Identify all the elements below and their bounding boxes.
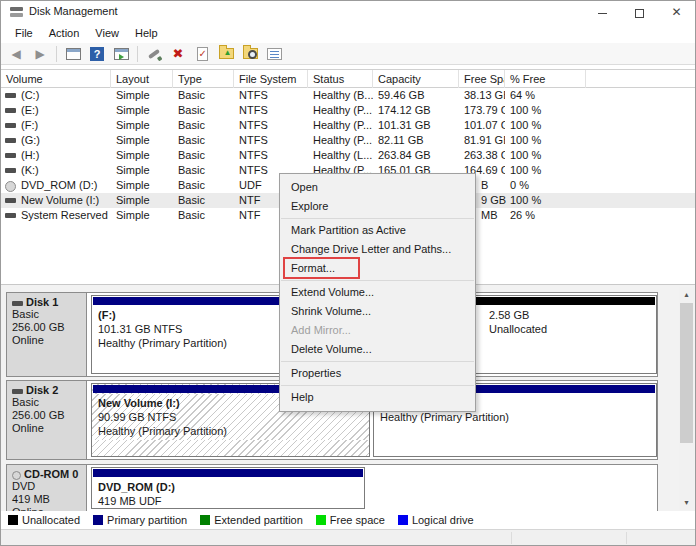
- column-header-filler: [586, 70, 696, 88]
- column-header-layout[interactable]: Layout: [111, 70, 173, 88]
- vertical-scrollbar[interactable]: ▴ ▾: [679, 287, 694, 510]
- table-row-f[interactable]: (F:) Simple Basic NTFS Healthy (P... 101…: [1, 118, 695, 133]
- back-icon[interactable]: ◀: [6, 45, 26, 63]
- drive-icon: [5, 153, 17, 159]
- column-header-capacity[interactable]: Capacity: [373, 70, 459, 88]
- partition-color-bar: [93, 469, 363, 477]
- toolbar-separator: [56, 46, 57, 62]
- disk-1-label[interactable]: Disk 1 Basic 256.00 GB Online: [7, 293, 87, 376]
- cell-pct-free: 0 %: [505, 178, 586, 193]
- drive-icon: [5, 168, 17, 174]
- table-row-c[interactable]: (C:) Simple Basic NTFS Healthy (B... 59.…: [1, 88, 695, 103]
- scroll-down-icon[interactable]: ▾: [679, 495, 694, 510]
- menu-view[interactable]: View: [87, 23, 127, 43]
- menu-item-open[interactable]: Open: [280, 178, 475, 197]
- cell-type: Basic: [173, 208, 234, 223]
- disk-name: Disk 1: [26, 296, 58, 308]
- scroll-up-icon[interactable]: ▴: [679, 287, 694, 302]
- help-icon[interactable]: ?: [87, 45, 107, 63]
- cell-file-system: NTFS: [234, 148, 308, 163]
- legend-unallocated: Unallocated: [8, 514, 80, 526]
- partition-color-bar: [446, 297, 655, 305]
- properties-icon[interactable]: [264, 45, 284, 63]
- partition-dvd-rom[interactable]: DVD_ROM (D:) 419 MB UDF Healthy (Primary…: [91, 467, 365, 509]
- cell-capacity: 82.11 GB: [373, 133, 459, 148]
- delete-icon[interactable]: ✖: [168, 45, 188, 63]
- folder-up-icon[interactable]: [216, 45, 236, 63]
- cell-volume: (G:): [1, 133, 111, 148]
- menu-item-extend-volume[interactable]: Extend Volume...: [280, 283, 475, 302]
- menu-item-explore[interactable]: Explore: [280, 197, 475, 216]
- column-header-status[interactable]: Status: [308, 70, 373, 88]
- disk-2-label[interactable]: Disk 2 Basic 256.00 GB Online: [7, 381, 87, 459]
- statusbar-separator: [626, 532, 627, 544]
- menu-item-help[interactable]: Help: [280, 388, 475, 407]
- table-row-h[interactable]: (H:) Simple Basic NTFS Healthy (L... 263…: [1, 148, 695, 163]
- forward-icon[interactable]: ▶: [30, 45, 50, 63]
- column-header-file-system[interactable]: File System: [234, 70, 308, 88]
- cell-pct-free: 100 %: [505, 163, 586, 178]
- cell-layout: Simple: [111, 148, 173, 163]
- menu-separator: [281, 385, 474, 386]
- disk-name: Disk 2: [26, 384, 58, 396]
- legend-bar: Unallocated Primary partition Extended p…: [1, 511, 695, 529]
- close-button[interactable]: ✕: [658, 1, 695, 23]
- console-window-icon[interactable]: [63, 45, 83, 63]
- cell-pct-free: 100 %: [505, 193, 586, 208]
- menu-help[interactable]: Help: [127, 23, 166, 43]
- cell-status: Healthy (L...: [308, 148, 373, 163]
- cell-pct-free: 100 %: [505, 103, 586, 118]
- minimize-icon: [598, 13, 607, 14]
- menu-item-delete-volume[interactable]: Delete Volume...: [280, 340, 475, 359]
- cell-volume: (F:): [1, 118, 111, 133]
- drive-icon: [5, 123, 17, 129]
- menu-file[interactable]: File: [7, 23, 41, 43]
- cell-free-space: 263.38 GB: [459, 148, 505, 163]
- table-row-g[interactable]: (G:) Simple Basic NTFS Healthy (P... 82.…: [1, 133, 695, 148]
- column-header-volume[interactable]: Volume: [1, 70, 111, 88]
- cell-capacity: 59.46 GB: [373, 88, 459, 103]
- minimize-button[interactable]: [584, 1, 621, 23]
- column-header-type[interactable]: Type: [173, 70, 234, 88]
- partition-status: Unallocated: [489, 322, 650, 336]
- scrollbar-thumb[interactable]: [680, 303, 693, 443]
- cell-volume: (K:): [1, 163, 111, 178]
- cell-status: Healthy (P...: [308, 133, 373, 148]
- console-window-play-icon[interactable]: [111, 45, 131, 63]
- disk-size: 419 MB: [12, 493, 82, 506]
- partition-name: DVD_ROM (D:): [98, 480, 358, 494]
- menu-item-shrink-volume[interactable]: Shrink Volume...: [280, 302, 475, 321]
- cell-volume: New Volume (I:): [1, 193, 111, 208]
- menu-item-mark-partition-active[interactable]: Mark Partition as Active: [280, 221, 475, 240]
- statusbar-separator: [511, 532, 512, 544]
- menu-item-format[interactable]: Format...: [280, 259, 475, 278]
- drive-icon: [5, 213, 17, 219]
- cell-free-space: 173.79 GB: [459, 103, 505, 118]
- menu-item-change-drive-letter[interactable]: Change Drive Letter and Paths...: [280, 240, 475, 259]
- disk-type: DVD: [12, 480, 82, 493]
- drive-icon: [5, 138, 17, 144]
- menu-action[interactable]: Action: [41, 23, 88, 43]
- column-header-pct-free[interactable]: % Free: [505, 70, 586, 88]
- cell-layout: Simple: [111, 118, 173, 133]
- extended-partition-swatch: [200, 515, 210, 525]
- disc-icon: [5, 181, 17, 187]
- cd-rom-0-label[interactable]: CD-ROM 0 DVD 419 MB Online: [7, 465, 87, 511]
- logical-drive-swatch: [398, 515, 408, 525]
- cell-pct-free: 26 %: [505, 208, 586, 223]
- partition-size: 90.99 GB NTFS: [98, 410, 363, 424]
- menu-separator: [281, 280, 474, 281]
- context-menu: Open Explore Mark Partition as Active Ch…: [279, 173, 476, 412]
- menu-item-properties[interactable]: Properties: [280, 364, 475, 383]
- column-header-free-space[interactable]: Free Spa...: [459, 70, 505, 88]
- maximize-button[interactable]: [621, 1, 658, 23]
- legend-logical-drive: Logical drive: [398, 514, 474, 526]
- legend-extended-partition: Extended partition: [200, 514, 303, 526]
- folder-search-icon[interactable]: [240, 45, 260, 63]
- table-row-e[interactable]: (E:) Simple Basic NTFS Healthy (P... 174…: [1, 103, 695, 118]
- cell-type: Basic: [173, 148, 234, 163]
- pointer-tool-icon[interactable]: [144, 45, 164, 63]
- cell-file-system: NTFS: [234, 88, 308, 103]
- check-document-icon[interactable]: [192, 45, 212, 63]
- cell-status: Healthy (P...: [308, 103, 373, 118]
